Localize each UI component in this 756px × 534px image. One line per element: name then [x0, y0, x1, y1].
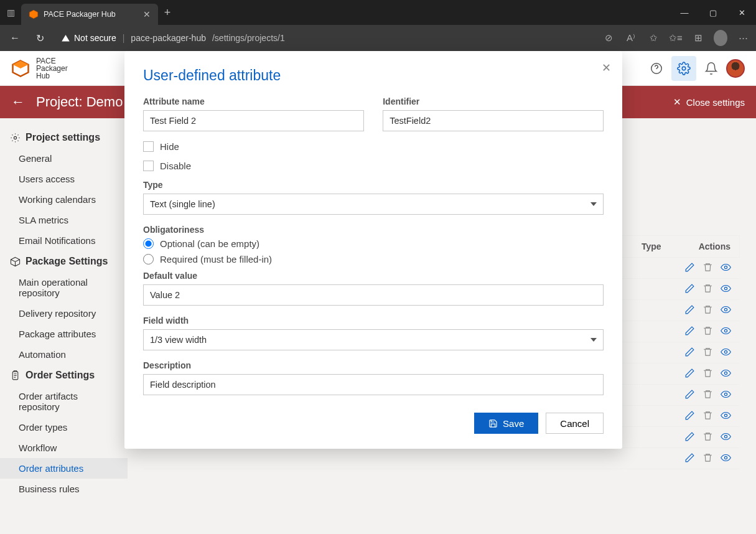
- type-label: Type: [143, 180, 604, 190]
- browser-menu-icon[interactable]: ⋯: [736, 32, 750, 44]
- tab-actions-icon[interactable]: ▥: [0, 7, 21, 17]
- url-host: pace-packager-hub: [131, 33, 206, 43]
- tab-title: PACE Packager Hub: [44, 10, 116, 19]
- field-width-label: Field width: [143, 316, 604, 326]
- oblig-required-input[interactable]: [143, 254, 154, 265]
- not-secure-label: Not secure: [74, 33, 116, 43]
- nav-back-button[interactable]: ←: [6, 32, 24, 44]
- type-select[interactable]: Text (single line): [143, 194, 604, 215]
- url-path: /settings/projects/1: [212, 33, 285, 43]
- window-controls: — ▢ ✕: [670, 8, 756, 17]
- identifier-label: Identifier: [383, 96, 604, 106]
- hide-checkbox-input[interactable]: [143, 141, 154, 152]
- obligatoriness-label: Obligatoriness: [143, 225, 604, 235]
- description-label: Description: [143, 360, 604, 370]
- not-secure-indicator[interactable]: Not secure: [61, 33, 116, 43]
- window-titlebar: ▥ PACE Packager Hub ✕ + — ▢ ✕: [0, 0, 756, 25]
- description-input[interactable]: [143, 374, 604, 395]
- browser-tab[interactable]: PACE Packager Hub ✕: [21, 4, 158, 25]
- browser-right-icons: ⊘ A⁾ ✩ ✩≡ ⊞ ⋯: [602, 30, 750, 46]
- attribute-modal: ✕ User-defined attribute Attribute name …: [124, 51, 622, 449]
- cancel-label: Cancel: [560, 418, 589, 429]
- disable-label: Disable: [160, 161, 191, 171]
- default-value-label: Default value: [143, 271, 604, 281]
- address-bar[interactable]: Not secure | pace-packager-hub/settings/…: [56, 29, 594, 47]
- oblig-optional-label: Optional (can be empty): [160, 238, 259, 249]
- cancel-button[interactable]: Cancel: [546, 413, 604, 434]
- save-button[interactable]: Save: [474, 413, 538, 434]
- tracking-icon[interactable]: ⊘: [602, 32, 615, 44]
- disable-checkbox-input[interactable]: [143, 161, 154, 171]
- disable-checkbox[interactable]: Disable: [143, 161, 604, 171]
- attr-name-label: Attribute name: [143, 96, 364, 106]
- browser-toolbar: ← ↻ Not secure | pace-packager-hub/setti…: [0, 25, 756, 51]
- new-tab-button[interactable]: +: [158, 6, 177, 19]
- tab-close-icon[interactable]: ✕: [143, 9, 151, 19]
- oblig-optional-radio[interactable]: Optional (can be empty): [143, 238, 604, 249]
- svg-marker-0: [29, 10, 37, 18]
- oblig-required-radio[interactable]: Required (must be filled-in): [143, 254, 604, 265]
- modal-title: User-defined attribute: [143, 67, 604, 84]
- oblig-required-label: Required (must be filled-in): [160, 254, 272, 265]
- nav-refresh-button[interactable]: ↻: [31, 32, 49, 44]
- collections-icon[interactable]: ⊞: [691, 32, 705, 44]
- favorite-icon[interactable]: ✩: [646, 32, 660, 44]
- read-aloud-icon[interactable]: A⁾: [624, 32, 638, 44]
- oblig-optional-input[interactable]: [143, 238, 154, 249]
- window-close-button[interactable]: ✕: [727, 8, 756, 17]
- favorites-bar-icon[interactable]: ✩≡: [669, 32, 683, 44]
- field-width-select[interactable]: 1/3 view width: [143, 329, 604, 350]
- window-minimize-button[interactable]: —: [670, 8, 699, 17]
- identifier-input[interactable]: [383, 110, 604, 131]
- modal-close-button[interactable]: ✕: [602, 61, 611, 75]
- hide-checkbox[interactable]: Hide: [143, 141, 604, 152]
- profile-avatar-icon[interactable]: [714, 30, 727, 46]
- default-value-input[interactable]: [143, 284, 604, 306]
- save-label: Save: [503, 418, 524, 429]
- url-separator: |: [123, 33, 125, 43]
- tab-favicon-icon: [29, 9, 39, 19]
- save-icon: [488, 419, 498, 428]
- window-maximize-button[interactable]: ▢: [699, 8, 727, 17]
- attr-name-input[interactable]: [143, 110, 364, 131]
- hide-label: Hide: [160, 141, 179, 152]
- warning-icon: [61, 34, 70, 43]
